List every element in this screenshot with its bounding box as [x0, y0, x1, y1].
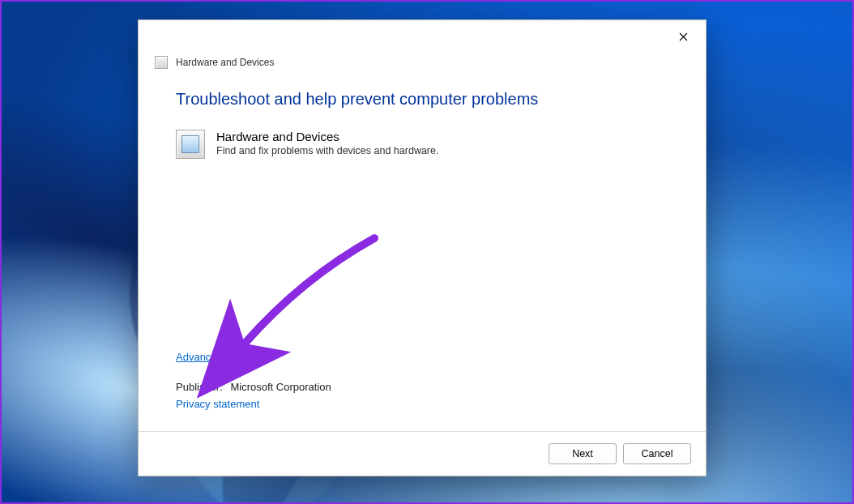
close-button[interactable] [665, 24, 701, 49]
privacy-statement-link[interactable]: Privacy statement [176, 398, 259, 410]
close-icon [679, 32, 688, 41]
window-title: Hardware and Devices [176, 57, 274, 68]
dialog-content: Troubleshoot and help prevent computer p… [139, 75, 706, 431]
troubleshooter-description: Find and fix problems with devices and h… [216, 145, 438, 156]
troubleshooter-item: Hardware and Devices Find and fix proble… [176, 130, 668, 159]
advanced-link[interactable]: Advanced [176, 351, 223, 363]
device-icon [176, 130, 205, 159]
troubleshooter-dialog: Hardware and Devices Troubleshoot and he… [138, 19, 707, 476]
page-heading: Troubleshoot and help prevent computer p… [176, 90, 668, 109]
hardware-icon [155, 56, 168, 69]
next-button[interactable]: Next [549, 443, 617, 464]
publisher-line: Publisher: Microsoft Corporation [176, 381, 668, 393]
dialog-footer: Next Cancel [139, 431, 706, 476]
troubleshooter-title: Hardware and Devices [216, 130, 438, 143]
publisher-value: Microsoft Corporation [230, 381, 331, 393]
titlebar [139, 20, 706, 53]
window-header: Hardware and Devices [139, 53, 706, 75]
cancel-button[interactable]: Cancel [623, 443, 691, 464]
publisher-label: Publisher: [176, 381, 223, 393]
